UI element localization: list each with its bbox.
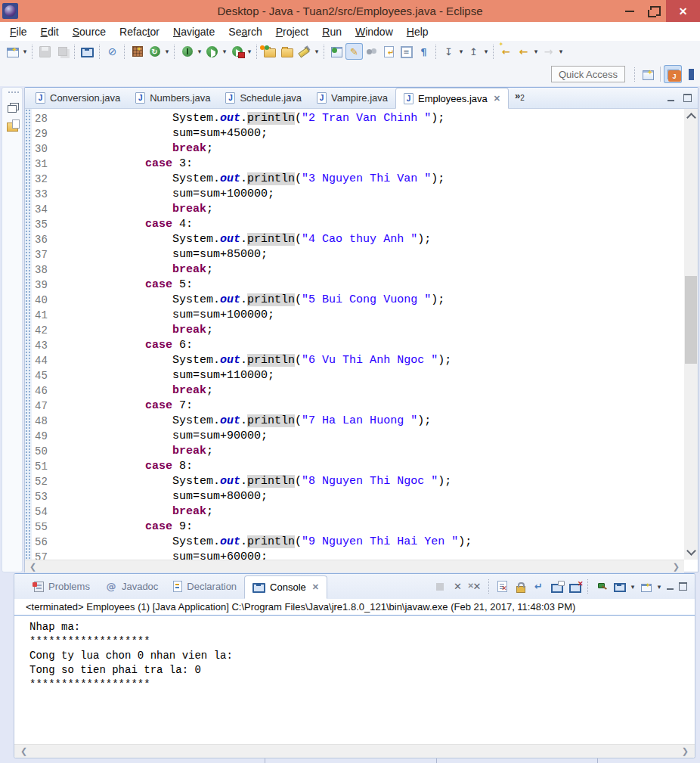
- new-project-button[interactable]: [129, 43, 146, 60]
- line-number-ruler[interactable]: 2829303132333435363738394041424344454647…: [32, 109, 59, 572]
- menu-file[interactable]: File: [3, 23, 34, 40]
- scroll-right-icon[interactable]: ❯: [673, 562, 680, 572]
- editor-vertical-scrollbar[interactable]: [684, 109, 698, 560]
- run-button[interactable]: [203, 43, 221, 60]
- editor-horizontal-scrollbar[interactable]: ❮❯: [25, 560, 684, 572]
- save-all-button[interactable]: [54, 43, 71, 60]
- menu-source[interactable]: Source: [66, 23, 113, 40]
- menu-refactor[interactable]: Refactor: [113, 23, 166, 40]
- mark-occurrences-button[interactable]: [345, 43, 363, 60]
- menu-help[interactable]: Help: [400, 23, 435, 40]
- show-source-button[interactable]: [398, 43, 415, 60]
- debug-button[interactable]: [178, 43, 196, 60]
- scrollbar-thumb[interactable]: [685, 276, 697, 364]
- restore-button[interactable]: [642, 0, 666, 22]
- close-tab-icon[interactable]: ✕: [312, 582, 319, 592]
- next-annotation-button[interactable]: [440, 43, 457, 60]
- open-declaration-button[interactable]: [380, 43, 398, 60]
- console-output[interactable]: Nhap ma:*******************Cong ty lua c…: [14, 616, 695, 744]
- menu-edit[interactable]: Edit: [34, 23, 66, 40]
- quick-access-input[interactable]: Quick Access: [551, 66, 625, 82]
- display-console-button[interactable]: [611, 578, 628, 595]
- java-perspective-button[interactable]: [664, 65, 682, 83]
- scroll-left-icon[interactable]: ❮: [29, 562, 36, 572]
- menu-navigate[interactable]: Navigate: [166, 23, 221, 40]
- minimize-view-button[interactable]: [664, 92, 677, 104]
- scroll-left-icon[interactable]: ❮: [20, 746, 27, 756]
- package-explorer-button[interactable]: [3, 116, 21, 135]
- tab-javadoc[interactable]: Javadoc: [98, 574, 166, 599]
- remove-all-button[interactable]: [467, 578, 485, 595]
- show-stderr-button[interactable]: [566, 578, 584, 595]
- dropdown-caret-icon[interactable]: [21, 48, 29, 55]
- dropdown-caret-icon[interactable]: [482, 48, 490, 55]
- menu-window[interactable]: Window: [348, 23, 400, 40]
- maximize-view-button[interactable]: [681, 92, 693, 104]
- remove-launch-button[interactable]: [449, 578, 466, 595]
- code-line: System.out.println("7 Ha Lan Huong ");: [63, 414, 684, 429]
- dropdown-caret-icon[interactable]: [557, 48, 565, 55]
- dropdown-caret-icon[interactable]: [655, 583, 663, 591]
- scroll-lock-button[interactable]: [512, 578, 529, 595]
- dropdown-caret-icon[interactable]: [313, 48, 321, 55]
- tab-schedule-java[interactable]: Schedule.java: [218, 88, 309, 108]
- skip-breakpoints-button[interactable]: [104, 43, 121, 60]
- task-button[interactable]: [363, 43, 380, 60]
- tab-problems[interactable]: Problems: [26, 574, 98, 599]
- dropdown-caret-icon[interactable]: [163, 48, 171, 55]
- dropdown-caret-icon[interactable]: [196, 48, 203, 55]
- close-tab-icon[interactable]: ✕: [494, 94, 500, 104]
- window-title: Desktop - Java - Tuan2/src/Employees.jav…: [0, 5, 700, 17]
- scroll-down-icon[interactable]: [686, 546, 696, 556]
- scroll-up-icon[interactable]: [686, 113, 696, 123]
- save-button[interactable]: [36, 43, 54, 60]
- new-wizard-button[interactable]: [4, 43, 21, 60]
- show-stdout-button[interactable]: [548, 578, 565, 595]
- refresh-button[interactable]: [146, 43, 163, 60]
- dropdown-caret-icon[interactable]: [221, 48, 228, 55]
- folder-button[interactable]: [278, 43, 296, 60]
- prev-annotation-button[interactable]: [465, 43, 482, 60]
- tab-numbers-java[interactable]: Numbers.java: [128, 88, 218, 108]
- terminate-button[interactable]: [431, 578, 448, 595]
- scroll-right-icon[interactable]: ❯: [682, 746, 689, 756]
- tab-console[interactable]: Console✕: [244, 575, 327, 599]
- tab-declaration[interactable]: Declaration: [166, 574, 244, 599]
- restore-view-button[interactable]: [3, 98, 21, 116]
- word-wrap-button[interactable]: [530, 578, 547, 595]
- tab-vampire-java[interactable]: Vampire.java: [309, 88, 395, 108]
- annotation-ruler[interactable]: [25, 109, 32, 572]
- dropdown-caret-icon[interactable]: [532, 48, 540, 55]
- back-button[interactable]: [515, 43, 532, 60]
- drag-handle-icon[interactable]: [11, 91, 13, 93]
- dropdown-caret-icon[interactable]: [246, 48, 253, 55]
- tab-employees-java[interactable]: Employees.java✕: [395, 88, 509, 109]
- code-editor[interactable]: System.out.println("2 Tran Van Chinh ");…: [59, 109, 684, 572]
- forward-button[interactable]: [540, 43, 557, 60]
- menu-project[interactable]: Project: [269, 23, 316, 40]
- folder-objects-button[interactable]: [261, 43, 278, 60]
- dropdown-caret-icon[interactable]: [457, 48, 465, 55]
- code-line: break;: [63, 504, 684, 520]
- dropdown-caret-icon[interactable]: [629, 583, 637, 591]
- minimize-view-button[interactable]: [664, 581, 676, 593]
- open-console-button[interactable]: [637, 578, 655, 595]
- maximize-view-button[interactable]: [677, 581, 689, 593]
- type-hierarchy-button[interactable]: [328, 43, 345, 60]
- menu-search[interactable]: Search: [221, 23, 268, 40]
- last-edit-button[interactable]: [497, 43, 515, 60]
- tab-overflow-chevron[interactable]: 2: [509, 88, 531, 108]
- open-perspective-button[interactable]: [639, 65, 657, 83]
- clear-console-button[interactable]: [494, 578, 511, 595]
- show-whitespace-button[interactable]: [415, 43, 432, 60]
- console-horizontal-scrollbar[interactable]: ❮❯: [14, 744, 695, 758]
- minimize-button[interactable]: [618, 0, 642, 22]
- console-button[interactable]: [79, 43, 96, 60]
- partial-perspective-button[interactable]: [682, 65, 700, 83]
- pin-console-button[interactable]: [593, 578, 610, 595]
- run-external-button[interactable]: [228, 43, 246, 60]
- tab-conversion-java[interactable]: Conversion.java: [28, 88, 128, 108]
- menu-run[interactable]: Run: [315, 23, 348, 40]
- close-button[interactable]: ✕: [666, 0, 700, 22]
- search-button[interactable]: [296, 43, 313, 60]
